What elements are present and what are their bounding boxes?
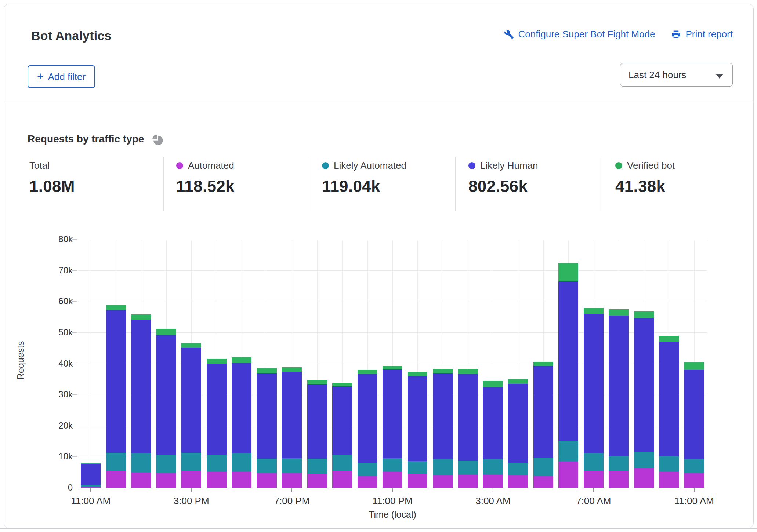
bar-segment-likely-human: [282, 372, 302, 458]
x-tick-mark: [392, 488, 393, 492]
print-report-link[interactable]: Print report: [671, 29, 733, 40]
printer-icon: [671, 29, 681, 39]
bar-segment-likely-human: [81, 464, 101, 485]
bar-segment-automated: [156, 473, 176, 488]
bar-segment-likely-human: [533, 366, 553, 458]
x-tick-label: 11:00 PM: [348, 495, 437, 507]
stacked-bar-hour-4: [181, 343, 201, 488]
stacked-bar-hour-14: [433, 369, 453, 488]
stacked-bar-hour-7: [257, 368, 277, 488]
bar-segment-likely-automated: [584, 453, 604, 471]
stacked-bar-hour-18: [533, 362, 553, 488]
y-tick-mark: [72, 488, 77, 488]
stacked-bar-hour-1: [106, 305, 126, 488]
x-tick-mark: [191, 488, 192, 492]
bar-segment-likely-automated: [131, 453, 151, 472]
bar-segment-likely-automated: [257, 459, 277, 473]
bar-segment-likely-human: [609, 316, 629, 456]
bar-segment-likely-human: [408, 376, 427, 462]
stacked-bar-hour-13: [408, 372, 427, 488]
stacked-bar-hour-24: [684, 362, 704, 488]
bar-segment-verified-bot: [558, 263, 578, 282]
stacked-bar-hour-11: [358, 370, 377, 488]
bar-segment-automated: [634, 468, 654, 488]
add-filter-button[interactable]: + Add filter: [28, 65, 95, 88]
bar-segment-automated: [131, 472, 151, 488]
bar-segment-likely-automated: [358, 463, 377, 476]
bar-segment-likely-human: [207, 364, 227, 455]
bar-segment-likely-human: [483, 387, 503, 459]
bar-segment-likely-human: [106, 310, 126, 452]
bar-segment-verified-bot: [483, 381, 503, 387]
stacked-bar-hour-20: [584, 308, 604, 488]
bar-segment-likely-automated: [609, 456, 629, 471]
stat-value: 41.38k: [615, 177, 675, 196]
header-divider: [4, 102, 753, 102]
configure-super-bot-fight-mode-link[interactable]: Configure Super Bot Fight Mode: [504, 29, 655, 40]
bar-segment-likely-human: [458, 374, 478, 461]
stacked-bar-hour-21: [609, 309, 629, 488]
x-tick-mark: [493, 488, 493, 492]
bar-segment-likely-automated: [634, 452, 654, 468]
stacked-bar-hour-17: [508, 379, 528, 488]
stat-column-divider: [309, 157, 309, 211]
bar-segment-verified-bot: [332, 383, 352, 386]
bar-segment-likely-automated: [207, 455, 227, 472]
stat-column-divider: [163, 157, 164, 211]
bar-segment-likely-automated: [383, 458, 402, 472]
bar-segment-likely-human: [181, 348, 201, 453]
stacked-bar-hour-19: [558, 263, 578, 488]
bar-segment-likely-automated: [332, 455, 352, 470]
bar-segment-verified-bot: [684, 362, 704, 370]
bar-segment-automated: [81, 487, 101, 488]
bar-segment-automated: [307, 474, 327, 488]
y-tick-mark: [72, 270, 77, 271]
header-links: Configure Super Bot Fight Mode Print rep…: [504, 29, 733, 40]
stat-label: Automated: [188, 160, 234, 171]
y-tick-label: 10k: [32, 451, 73, 462]
stat-value: 119.04k: [322, 177, 406, 196]
bar-segment-automated: [332, 471, 352, 488]
bar-segment-automated: [232, 471, 251, 488]
bar-segment-likely-automated: [684, 459, 704, 473]
y-tick-label: 30k: [32, 389, 73, 400]
bar-segment-automated: [458, 475, 478, 488]
stacked-bar-hour-6: [232, 357, 251, 488]
stacked-bar-hour-12: [383, 366, 402, 488]
bar-segment-likely-automated: [433, 459, 453, 475]
bar-segment-likely-human: [508, 384, 528, 463]
bar-segment-automated: [659, 472, 679, 488]
bar-segment-likely-human: [684, 370, 704, 459]
bar-segment-verified-bot: [282, 367, 302, 372]
time-range-select[interactable]: Last 24 hours: [620, 63, 733, 87]
bar-segment-likely-human: [156, 335, 176, 455]
time-range-value: Last 24 hours: [629, 69, 687, 81]
legend-dot-icon: [468, 162, 475, 169]
bar-segment-likely-automated: [508, 463, 528, 475]
stat-likely-human: Likely Human802.56k: [468, 160, 538, 196]
bar-segment-verified-bot: [257, 368, 277, 373]
bar-segment-automated: [383, 472, 402, 488]
x-tick-mark: [694, 488, 695, 492]
bar-segment-verified-bot: [508, 379, 528, 384]
y-tick-label: 20k: [32, 420, 73, 431]
stacked-bar-hour-8: [282, 367, 302, 488]
bar-segment-automated: [558, 462, 578, 488]
bar-segment-likely-human: [383, 369, 402, 458]
bar-segment-verified-bot: [232, 357, 251, 363]
bar-segment-likely-human: [634, 318, 654, 452]
y-tick-mark: [72, 456, 77, 457]
stat-label: Total: [29, 160, 50, 171]
section-title-row: Requests by traffic type: [28, 131, 164, 147]
bar-segment-likely-automated: [282, 458, 302, 473]
bar-segment-likely-automated: [659, 456, 679, 472]
x-tick-mark: [291, 488, 292, 492]
bar-segment-likely-automated: [558, 441, 578, 462]
stacked-bar-hour-15: [458, 369, 478, 488]
x-tick-label: 3:00 PM: [147, 495, 235, 507]
stat-label: Likely Human: [480, 160, 538, 171]
y-tick-label: 40k: [32, 358, 73, 369]
bar-segment-verified-bot: [156, 329, 176, 335]
y-tick-mark: [72, 332, 77, 333]
stat-value: 1.08M: [29, 177, 75, 196]
